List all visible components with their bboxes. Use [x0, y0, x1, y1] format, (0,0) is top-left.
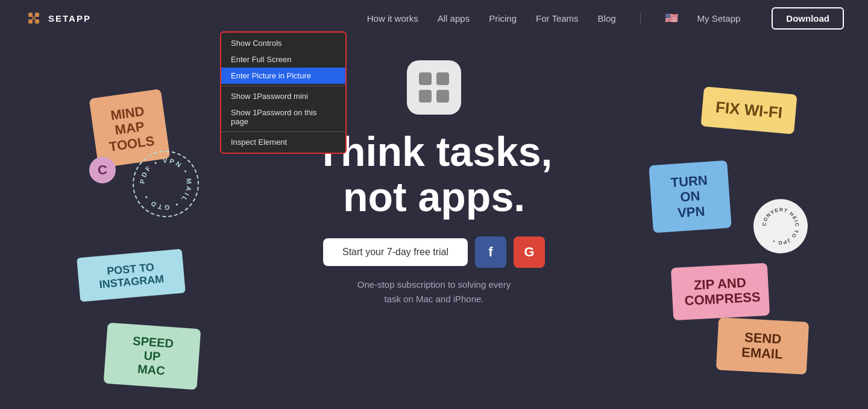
nav-link-how-it-works[interactable]: How it works	[367, 13, 418, 24]
download-button[interactable]: Download	[772, 7, 844, 30]
hero-section: Think tasks, not apps. Start your 7-day …	[0, 36, 868, 306]
svg-rect-10	[419, 90, 432, 103]
hero-title: Think tasks, not apps.	[315, 129, 552, 220]
context-item-1pass-mini[interactable]: Show 1Password mini	[221, 88, 345, 104]
nav-link-blog[interactable]: Blog	[598, 13, 616, 24]
context-item-pip[interactable]: Enter Picture in Picture	[221, 68, 345, 84]
facebook-login-button[interactable]: f	[475, 236, 506, 268]
navbar: SETAPP How it works All apps Pricing For…	[0, 0, 868, 36]
context-item-show-controls[interactable]: Show Controls	[221, 35, 345, 51]
nav-link-pricing[interactable]: Pricing	[489, 13, 517, 24]
setapp-app-icon	[416, 69, 452, 106]
hero-cta: Start your 7-day free trial f G	[323, 236, 545, 268]
google-login-button[interactable]: G	[514, 236, 545, 268]
hero-subtitle: One-stop subscription to solving every t…	[357, 277, 511, 306]
context-separator-1	[221, 86, 345, 86]
svg-rect-1	[28, 13, 33, 17]
sticker-send-email: SEND EMAIL	[716, 317, 809, 374]
app-logo	[407, 60, 461, 115]
context-item-full-screen[interactable]: Enter Full Screen	[221, 51, 345, 68]
svg-rect-8	[419, 72, 432, 85]
sticker-speed-mac: SPEED UP MAC	[104, 323, 201, 390]
setapp-logo-icon	[24, 8, 43, 28]
context-item-inspect[interactable]: Inspect Element	[221, 134, 345, 150]
svg-rect-5	[32, 16, 36, 20]
svg-rect-3	[28, 19, 33, 24]
nav-link-all-apps[interactable]: All apps	[438, 13, 470, 24]
my-setapp-link[interactable]: My Setapp	[697, 13, 741, 24]
svg-rect-2	[35, 13, 39, 17]
context-separator-2	[221, 132, 345, 132]
trial-button[interactable]: Start your 7-day free trial	[323, 238, 468, 266]
context-menu: Show Controls Enter Full Screen Enter Pi…	[220, 31, 347, 154]
nav-divider	[640, 12, 641, 24]
logo-text: SETAPP	[48, 13, 91, 24]
logo-area[interactable]: SETAPP	[24, 8, 91, 28]
flag-icon[interactable]: 🇺🇸	[665, 11, 678, 25]
svg-rect-4	[35, 19, 39, 24]
nav-links: How it works All apps Pricing For Teams …	[367, 7, 844, 30]
svg-rect-11	[436, 90, 449, 103]
context-item-1pass-page[interactable]: Show 1Password on this page	[221, 104, 345, 130]
svg-rect-9	[436, 72, 449, 85]
nav-link-for-teams[interactable]: For Teams	[536, 13, 579, 24]
